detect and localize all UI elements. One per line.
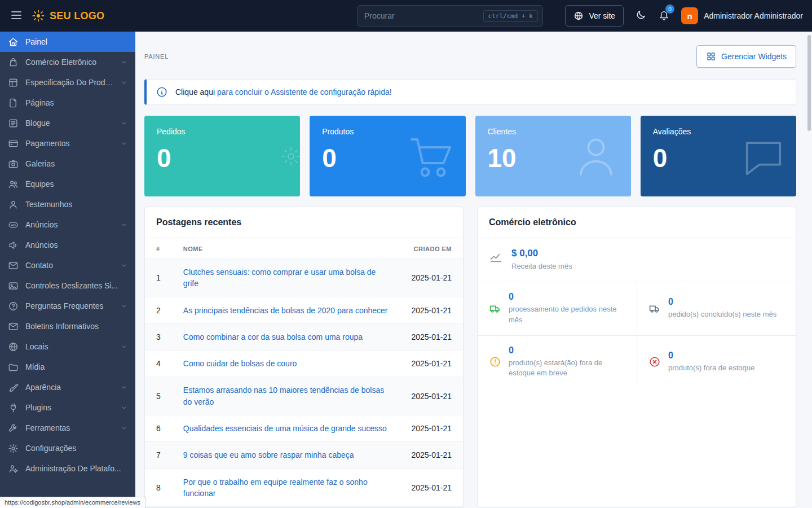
- stat-card-produtos[interactable]: Produtos0: [310, 116, 465, 196]
- post-title-link[interactable]: Qualidades essenciais de uma música de g…: [183, 424, 387, 433]
- logo[interactable]: SEU LOGO: [32, 9, 104, 23]
- sidebar-item-painel[interactable]: Painel: [0, 32, 135, 52]
- search-shortcut: ctrl/cmd + k: [483, 10, 538, 22]
- column-header-criado-em: Criado em: [400, 238, 463, 259]
- post-date: 2025-01-21: [400, 377, 463, 415]
- post-title-link[interactable]: Por que o trabalho em equipe realmente f…: [183, 478, 368, 498]
- sidebar-item-administracao-de-plataforma[interactable]: Administração De Platafo...: [0, 458, 135, 479]
- post-date: 2025-01-21: [400, 323, 463, 350]
- post-title-link[interactable]: Clutches sensuais: como comprar e usar u…: [183, 268, 376, 288]
- post-number: 2: [145, 297, 172, 323]
- post-title-cell: Por que o trabalho em equipe realmente f…: [172, 468, 400, 507]
- sidebar-item-label: Blogue: [25, 119, 113, 128]
- search-box[interactable]: ctrl/cmd + k: [357, 5, 543, 27]
- revenue-summary: $ 0,00 Receita deste mês: [478, 238, 796, 282]
- post-date: 2025-01-21: [400, 442, 463, 468]
- sidebar-item-plugins[interactable]: Plugins: [0, 397, 135, 418]
- mail-icon: [8, 321, 19, 332]
- alert-click-here-link[interactable]: Clique aqui: [175, 87, 215, 97]
- slider-icon: [8, 281, 19, 291]
- post-title-link[interactable]: Como cuidar de bolsas de couro: [183, 359, 297, 368]
- post-title-cell: Qualidades essenciais de uma música de g…: [172, 415, 400, 442]
- chevron-down-icon: [120, 343, 127, 351]
- sidebar-item-label: Anúncios: [25, 240, 127, 249]
- breadcrumb: Painel: [144, 53, 169, 60]
- sidebar-item-locais[interactable]: Locais: [0, 336, 135, 357]
- metric-value: 0: [668, 351, 754, 361]
- folder-icon: [8, 362, 19, 373]
- manage-widgets-label: Gerenciar Widgets: [721, 52, 787, 61]
- sidebar-item-controles-deslizantes[interactable]: Controles Deslizantes Si...: [0, 275, 135, 296]
- column-header-num: #: [145, 238, 172, 259]
- post-title-link[interactable]: As principais tendências de bolsas de 20…: [183, 306, 388, 315]
- sidebar-item-aparencia[interactable]: Aparência: [0, 377, 135, 397]
- metric-completed-orders: 0pedido(s) concluído(s) neste mês: [637, 282, 796, 335]
- post-number: 5: [145, 377, 172, 415]
- metric-label: produto(s) estará(ão) fora de estoque em…: [509, 358, 625, 379]
- ecommerce-title: Comércio eletrônico: [489, 217, 784, 227]
- sidebar-item-equipes[interactable]: Equipes: [0, 174, 135, 194]
- status-url-tooltip: https://codigosbr.shop/admin/ecommerce/r…: [0, 497, 145, 508]
- sidebar-item-especificacao-do-produto[interactable]: Especificação Do Produto: [0, 72, 135, 93]
- sidebar-item-galerias[interactable]: Galerias: [0, 154, 135, 174]
- truck-icon: [489, 303, 501, 315]
- sidebar-item-contato[interactable]: Contato: [0, 255, 135, 275]
- user-menu[interactable]: n Administrador Administrador: [681, 7, 803, 24]
- revenue-value: $ 0,00: [511, 248, 572, 259]
- metric-text: 0pedido(s) concluído(s) neste mês: [668, 297, 776, 320]
- stat-cards: Pedidos0Produtos0Clientes10Avaliações0: [144, 116, 796, 196]
- view-site-button[interactable]: Ver site: [565, 5, 624, 27]
- alert-wizard-link[interactable]: para concluir o Assistente de configuraç…: [217, 87, 392, 97]
- post-row: 5Estamos arrasando nas 10 maiores tendên…: [145, 377, 463, 415]
- post-row: 8Por que o trabalho em equipe realmente …: [145, 468, 463, 507]
- search-input[interactable]: [364, 11, 483, 20]
- sidebar-item-label: Contato: [25, 261, 113, 270]
- mail-icon: [8, 260, 19, 271]
- sidebar-item-testemunhos[interactable]: Testemunhos: [0, 194, 135, 214]
- manage-widgets-button[interactable]: Gerenciar Widgets: [696, 45, 796, 68]
- notifications-button[interactable]: 0: [658, 9, 670, 23]
- post-title-link[interactable]: 9 coisas que eu amo sobre raspar minha c…: [183, 450, 354, 459]
- camera-icon: [8, 159, 19, 169]
- sidebar-item-perguntas-frequentes[interactable]: Perguntas Frequentes: [0, 296, 135, 316]
- ecommerce-panel: Comércio eletrônico $ 0,00 Receita deste…: [477, 207, 796, 507]
- setup-wizard-alert: Clique aqui para concluir o Assistente d…: [144, 79, 796, 105]
- post-title-link[interactable]: Estamos arrasando nas 10 maiores tendênc…: [183, 386, 384, 406]
- post-date: 2025-01-21: [400, 351, 463, 377]
- sidebar-item-ferramentas[interactable]: Ferramentas: [0, 418, 135, 438]
- sidebar-item-label: Especificação Do Produto: [25, 78, 113, 87]
- stat-card-clientes[interactable]: Clientes10: [475, 116, 631, 196]
- ecommerce-metrics: 0processamento de pedidos neste mês0pedi…: [478, 282, 796, 388]
- chevron-down-icon: [120, 303, 127, 310]
- user-icon: [8, 199, 19, 210]
- post-title-link[interactable]: Como combinar a cor da sua bolsa com uma…: [183, 332, 363, 341]
- stat-card-avaliacoes[interactable]: Avaliações0: [641, 116, 796, 196]
- recent-posts-panel: Postagens recentes #NomeCriado em 1Clutc…: [144, 207, 464, 507]
- help-icon: [8, 301, 19, 312]
- speaker-icon: [8, 240, 19, 251]
- notification-badge: 0: [665, 5, 674, 14]
- sidebar-item-blogue[interactable]: Blogue: [0, 113, 135, 133]
- menu-button[interactable]: [9, 8, 24, 23]
- sidebar-item-anuncios-ad[interactable]: ADAnúncios: [0, 214, 135, 235]
- sidebar-item-label: Configurações: [25, 444, 127, 453]
- stat-card-pedidos[interactable]: Pedidos0: [144, 116, 300, 196]
- chart-icon: [489, 249, 503, 264]
- sidebar-item-midia[interactable]: Mídia: [0, 357, 135, 377]
- sidebar-item-configuracoes[interactable]: Configurações: [0, 438, 135, 458]
- alert-text: Clique aqui para concluir o Assistente d…: [175, 87, 392, 97]
- dark-mode-toggle[interactable]: [635, 9, 647, 23]
- page-scrollbar[interactable]: [807, 35, 811, 131]
- msg-watermark-icon: [739, 132, 788, 181]
- usercog-icon: [8, 463, 19, 474]
- column-header-nome: Nome: [172, 238, 400, 259]
- sidebar-item-anuncios[interactable]: Anúncios: [0, 235, 135, 255]
- blog-icon: [8, 118, 19, 129]
- sidebar-item-label: Pagamentos: [25, 139, 113, 148]
- sidebar-item-pagamentos[interactable]: Pagamentos: [0, 133, 135, 154]
- cart-watermark-icon: [404, 129, 458, 183]
- sidebar-item-comercio-eletronico[interactable]: Comércio Eletrônico: [0, 52, 135, 72]
- sidebar-item-boletins-informativos[interactable]: Boletins Informativos: [0, 316, 135, 336]
- stat-card-title: Pedidos: [157, 127, 288, 136]
- sidebar-item-paginas[interactable]: Páginas: [0, 93, 135, 113]
